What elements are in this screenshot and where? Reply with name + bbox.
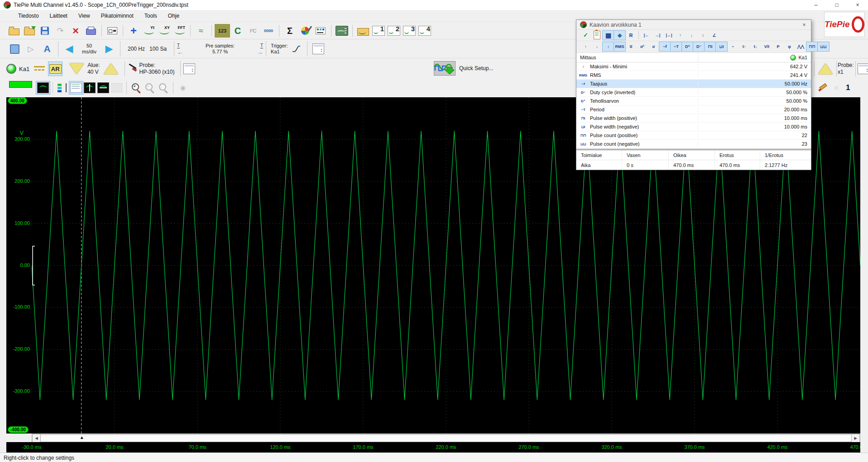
measure-slew-rate-button[interactable]: V/t [761,42,772,51]
open-file-icon[interactable] [6,24,22,38]
measure-phase-button[interactable]: φ [784,42,795,51]
xy-graph-icon[interactable]: XY [157,24,172,38]
timebase-faster-button[interactable]: ▶ [101,41,117,57]
measure-pulse-width-negative-button[interactable]: ⊔t [716,42,727,51]
sum-channel-icon[interactable]: Σ [282,24,297,38]
right-probe-value[interactable]: x1 [838,69,854,76]
timebase-value[interactable]: 50 [86,43,92,49]
measurement-row[interactable]: ⊓⊓Pulse count (positive)22 [576,131,811,140]
chart-panel-icon[interactable] [334,24,350,38]
measure-rms-button[interactable]: RMS [614,42,625,51]
measure-pulse-width-positive-button[interactable]: ⊓t [705,42,716,51]
pin-window-button[interactable]: ◆ [614,31,625,40]
zoom-reset-button[interactable]: : [157,81,170,94]
range-decrease-button[interactable] [69,63,84,74]
channel-settings-icon[interactable] [183,63,195,74]
menu-view[interactable]: View [73,11,96,21]
graph-2-icon[interactable]: 2 [386,24,402,38]
channel-legend-button[interactable] [56,81,69,94]
trigger-position-marker[interactable]: ▲ [80,435,84,440]
close-button[interactable]: × [847,0,868,10]
open-graph-icon[interactable] [355,24,371,38]
measure-period-button[interactable]: ~T [671,42,682,51]
measure-frequency-button[interactable]: ~f [659,42,671,51]
measure-duty-inverted-button[interactable]: D⁻ [693,42,705,51]
snap-right-button[interactable]: →| [652,31,663,40]
snap-bottom-button[interactable]: ↓ [686,31,697,40]
span-vertical-button[interactable]: ↕ [697,31,709,40]
value-table-button[interactable]: ▦ [603,31,614,40]
menu-ohje[interactable]: Ohje [163,11,185,21]
one-shot-button[interactable]: ▷ [23,41,39,57]
pre-samples-decrease-button[interactable]: ← [177,49,184,55]
measure-maximum-button[interactable]: ↑ [580,42,591,51]
sweep-display-icon[interactable]: ≈ [193,24,209,38]
zoom-out-button[interactable]: − [143,81,157,94]
measurement-row[interactable]: ⊓tPulse width (positive)10.000 ms [576,114,811,123]
coupling-icon[interactable] [34,65,45,72]
measurement-row[interactable]: D⁻Duty cycle (inverted)50.000 % [576,88,811,97]
measurement-row[interactable]: ⊔⊔Pulse count (negative)23 [576,140,811,148]
measure-power-button[interactable]: P [772,42,784,51]
fft-graph-icon[interactable]: FFT [172,24,187,38]
probe-value[interactable]: HP-3060 (x10) [139,69,175,76]
copy-clipboard-button[interactable] [591,31,603,40]
menu-laitteet[interactable]: Laitteet [44,11,73,21]
measure-rise-time-button[interactable]: t↑ [739,42,750,51]
meter-bars-icon[interactable] [313,24,328,38]
protocol-analyzer-icon[interactable]: 00II0 [261,24,276,38]
stop-button[interactable] [6,41,23,57]
menu-tiedosto[interactable]: Tiedosto [13,11,44,21]
add-instrument-icon[interactable]: + [126,24,141,38]
scope-settings-button[interactable] [310,41,326,57]
y-axis-limit-badge[interactable]: -400.00 [8,426,29,433]
measurement-row[interactable]: RMSRMS241.4 V [576,71,811,80]
measure-pulse-count-positive-button[interactable]: ⊓⊓ [806,42,818,51]
vertical-cursors-button[interactable] [83,81,96,94]
measure-minimum-button[interactable]: ↓ [591,42,603,51]
visibility-eye-button[interactable]: ◉ [176,81,190,94]
measurement-row[interactable]: ~TPeriod20.000 ms [576,105,811,114]
slope-measure-button[interactable]: ∠ [709,31,720,40]
measure-mean-button[interactable]: ∓ [625,42,637,51]
close-graph-button[interactable]: × [830,81,843,94]
scroll-right-button[interactable]: ▶ [851,434,860,443]
scroll-left-button[interactable]: ◀ [32,434,41,443]
measure-max-min-button[interactable]: ↕ [603,42,614,51]
autorange-button[interactable]: A [39,41,55,57]
scrollbar-thumb[interactable] [40,434,852,442]
yt-graph-icon[interactable]: Yt [141,24,157,38]
measurement-row[interactable]: ~fTaajuus50.000 Hz [576,80,811,88]
delete-icon[interactable]: × [68,24,83,38]
i2c-analyzer-icon[interactable]: I²C [245,24,261,38]
range-value[interactable]: 40 V [87,69,100,76]
pre-samples-value[interactable]: 5.77 % [212,49,228,55]
span-horizontal-button[interactable]: |↔| [663,31,675,40]
range-increase-button[interactable] [104,63,118,74]
maximize-button[interactable]: □ [826,0,847,10]
current-clamp-icon[interactable]: C [230,24,245,38]
pre-samples-increase-button[interactable]: → [256,49,263,55]
graph-4-icon[interactable]: 4 [417,24,432,38]
channel-led-icon[interactable] [6,64,16,74]
timebase-slower-button[interactable]: ◀ [61,41,77,57]
menu-pikatoiminnot[interactable]: Pikatoiminnot [96,11,139,21]
minimize-button[interactable]: – [806,0,826,10]
trigger-source[interactable]: Ka1 [271,49,280,55]
right-range-increase-button[interactable] [818,63,833,74]
quick-setup[interactable]: Quick Setup... [434,61,493,76]
horizontal-scrollbar[interactable]: ◀ ▶ ▲ [32,433,860,442]
menu-tools[interactable]: Tools [139,11,163,21]
y-axis-limit-badge[interactable]: 400.00 [8,97,27,104]
horizontal-cursors-button[interactable] [96,81,110,94]
graph-1-icon[interactable]: 1 [371,24,386,38]
redo-icon[interactable]: ↷ [53,24,68,38]
measurement-window-close-button[interactable]: × [797,22,811,28]
measure-sine-fit-button[interactable]: ~ [727,42,739,51]
import-file-icon[interactable] [22,24,37,38]
enable-measurements-button[interactable]: ✓ [580,31,591,40]
measurement-window[interactable]: Kaavion arvoikkuna 1 × ✓▦◆R|←→||↔|↑↓↕∠ ↑… [576,19,811,170]
save-file-icon[interactable] [37,24,53,38]
measure-duty-positive-button[interactable]: D⁺ [682,42,693,51]
color-settings-icon[interactable] [297,24,313,38]
